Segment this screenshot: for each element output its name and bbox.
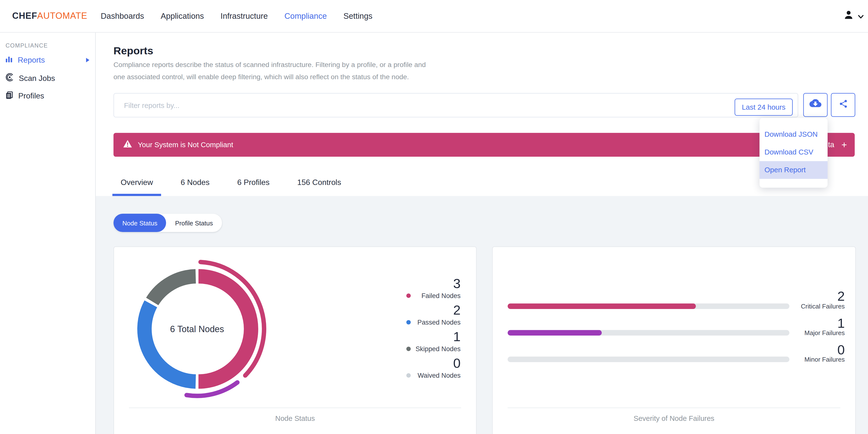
card-divider bbox=[508, 407, 840, 408]
bar-chart-icon bbox=[6, 55, 13, 64]
sidebar-item-label: Reports bbox=[18, 55, 45, 64]
chef-automate-app: CHEFAUTOMATE Dashboards Applications Inf… bbox=[0, 0, 868, 434]
filter-placeholder: Filter reports by... bbox=[124, 101, 180, 110]
banner-right-action[interactable]: ta + bbox=[828, 133, 847, 157]
share-report-button[interactable] bbox=[831, 93, 855, 117]
severity-card: 2 Critical Failures 1 Major Failures 0 M… bbox=[492, 246, 856, 434]
failed-count: 3 bbox=[406, 277, 461, 290]
banner-message: Your System is Not Compliant bbox=[138, 141, 233, 149]
banner-fragment-text: ta bbox=[828, 141, 834, 149]
menu-item-download-json[interactable]: Download JSON bbox=[760, 126, 828, 144]
sidebar-item-label: Profiles bbox=[18, 91, 44, 100]
tab-profiles[interactable]: 6 Profiles bbox=[229, 170, 278, 196]
tab-overview[interactable]: Overview bbox=[112, 170, 161, 196]
compliance-sidebar: COMPLIANCE Reports Scan Jobs Profiles bbox=[0, 32, 96, 434]
toggle-profile-status[interactable]: Profile Status bbox=[166, 214, 222, 232]
donut-segment-skipped[interactable] bbox=[152, 276, 196, 302]
user-menu[interactable] bbox=[843, 0, 864, 32]
brand-logo[interactable]: CHEFAUTOMATE bbox=[12, 0, 88, 32]
skipped-dot-icon bbox=[406, 346, 411, 351]
status-toggle: Node Status Profile Status bbox=[114, 214, 222, 232]
card-divider bbox=[129, 407, 461, 408]
nav-dashboards[interactable]: Dashboards bbox=[101, 12, 144, 21]
page-description: Compliance reports describe the status o… bbox=[114, 59, 426, 83]
page-title: Reports bbox=[114, 45, 153, 57]
menu-item-download-csv[interactable]: Download CSV bbox=[760, 144, 828, 161]
passed-count: 2 bbox=[406, 303, 461, 317]
sidebar-item-scan-jobs[interactable]: Scan Jobs bbox=[0, 70, 95, 86]
node-status-caption: Node Status bbox=[114, 414, 476, 423]
severity-caption: Severity of Node Failures bbox=[493, 414, 855, 423]
download-report-button[interactable] bbox=[803, 93, 828, 117]
major-count: 1 bbox=[837, 317, 845, 330]
failed-label: Failed Nodes bbox=[411, 292, 461, 300]
minor-label: Minor Failures bbox=[804, 356, 845, 363]
critical-bar[interactable] bbox=[508, 303, 789, 309]
brand-automate: AUTOMATE bbox=[37, 11, 88, 21]
report-tabs: Overview 6 Nodes 6 Profiles 156 Controls bbox=[112, 170, 349, 196]
radar-icon bbox=[6, 73, 14, 83]
warning-icon bbox=[123, 140, 132, 150]
tab-controls[interactable]: 156 Controls bbox=[289, 170, 349, 196]
failed-dot-icon bbox=[406, 293, 411, 298]
major-label: Major Failures bbox=[804, 330, 845, 336]
node-status-card: 6 Total Nodes 3 Failed Nodes 2 Passed No… bbox=[114, 246, 477, 434]
donut-segment-passed[interactable] bbox=[145, 304, 196, 382]
chevron-down-icon bbox=[858, 11, 864, 21]
nav-applications[interactable]: Applications bbox=[160, 12, 204, 21]
passed-label: Passed Nodes bbox=[411, 318, 461, 326]
sidebar-item-label: Scan Jobs bbox=[19, 73, 55, 82]
sidebar-item-reports[interactable]: Reports bbox=[0, 52, 95, 68]
brand-chef: CHEF bbox=[12, 11, 37, 21]
page-description-line1: Compliance reports describe the status o… bbox=[114, 59, 426, 71]
legend-skipped-nodes: 1 Skipped Nodes bbox=[406, 330, 461, 352]
time-range-button[interactable]: Last 24 hours bbox=[735, 98, 793, 116]
critical-bar-fill bbox=[508, 303, 696, 309]
waived-label: Waived Nodes bbox=[411, 372, 461, 379]
sidebar-section-label: COMPLIANCE bbox=[6, 42, 48, 49]
toggle-node-status[interactable]: Node Status bbox=[114, 214, 166, 232]
expand-arrow-icon[interactable] bbox=[86, 57, 90, 62]
main-nav: Dashboards Applications Infrastructure C… bbox=[101, 0, 372, 32]
filter-reports-input[interactable]: Filter reports by... bbox=[114, 93, 798, 118]
documents-icon bbox=[6, 91, 13, 101]
legend-failed-nodes: 3 Failed Nodes bbox=[406, 277, 461, 300]
tab-nodes[interactable]: 6 Nodes bbox=[173, 170, 218, 196]
minor-bar[interactable] bbox=[508, 356, 789, 362]
compliance-status-banner: Your System is Not Compliant ta + bbox=[114, 133, 855, 157]
nav-settings[interactable]: Settings bbox=[343, 12, 372, 21]
skipped-label: Skipped Nodes bbox=[411, 345, 461, 353]
donut-center-label: 6 Total Nodes bbox=[125, 324, 269, 335]
legend-passed-nodes: 2 Passed Nodes bbox=[406, 303, 461, 326]
page-description-line2: one associated control, will enable deep… bbox=[114, 71, 426, 84]
menu-item-open-report[interactable]: Open Report bbox=[760, 161, 828, 179]
sidebar-item-profiles[interactable]: Profiles bbox=[0, 88, 95, 104]
legend-waived-nodes: 0 Waived Nodes bbox=[406, 356, 461, 379]
major-bar[interactable] bbox=[508, 330, 789, 336]
share-icon bbox=[838, 99, 848, 111]
nav-compliance[interactable]: Compliance bbox=[284, 12, 327, 21]
plus-icon: + bbox=[841, 139, 847, 150]
user-profile-icon bbox=[843, 9, 854, 23]
critical-label: Critical Failures bbox=[801, 303, 845, 309]
major-bar-fill bbox=[508, 330, 602, 336]
download-dropdown-menu: Download JSON Download CSV Open Report bbox=[760, 118, 828, 188]
minor-count: 0 bbox=[837, 343, 845, 357]
waived-dot-icon bbox=[406, 373, 411, 378]
passed-dot-icon bbox=[406, 320, 411, 324]
cloud-download-icon bbox=[809, 99, 822, 111]
nav-infrastructure[interactable]: Infrastructure bbox=[220, 12, 268, 21]
critical-count: 2 bbox=[837, 289, 845, 303]
top-navigation-bar: CHEFAUTOMATE Dashboards Applications Inf… bbox=[0, 0, 868, 33]
skipped-count: 1 bbox=[406, 330, 461, 343]
waived-count: 0 bbox=[406, 356, 461, 370]
